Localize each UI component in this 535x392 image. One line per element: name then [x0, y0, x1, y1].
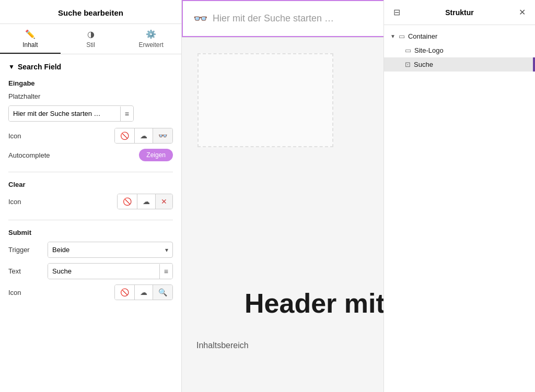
icon-picker-btns-submit: 🚫 ☁ 🔍 — [114, 284, 173, 300]
platzhalter-options-btn[interactable]: ≡ — [120, 106, 133, 121]
left-panel: Suche bearbeiten ✏️ Inhalt ◑ Stil ⚙️ Erw… — [0, 0, 182, 392]
tab-erweitert[interactable]: ⚙️ Erweitert — [121, 24, 181, 54]
section-title: Search Field — [18, 63, 61, 71]
text-input-wrap: ≡ — [48, 263, 173, 279]
autocomplete-row: Autocomplete Zeigen — [8, 149, 173, 161]
gear-icon: ⚙️ — [146, 29, 156, 39]
platzhalter-label: Platzhalter — [8, 92, 40, 100]
panel-title: Suche bearbeiten — [0, 0, 181, 24]
suche-label: Suche — [414, 61, 433, 68]
tab-stil[interactable]: ◑ Stil — [61, 24, 121, 54]
icon-none-btn[interactable]: 🚫 — [115, 128, 135, 143]
struktur-title: Struktur — [402, 8, 517, 17]
clear-title: Clear — [8, 181, 173, 188]
tree-item-container[interactable]: ▼ ▭ Container — [384, 29, 535, 43]
struktur-tree: ▼ ▭ Container ▭ Site-Logo ⊡ Suche — [384, 25, 535, 76]
autocomplete-toggle[interactable]: Zeigen — [139, 149, 173, 161]
struktur-close-btn[interactable]: ✕ — [517, 6, 528, 18]
search-preview-placeholder: Hier mit der Suche starten … — [213, 13, 334, 24]
search-glasses-icon: 👓 — [193, 12, 207, 26]
text-row: Text ≡ — [8, 263, 173, 279]
autocomplete-label: Autocomplete — [8, 151, 50, 159]
clear-icon-none-btn[interactable]: 🚫 — [118, 194, 137, 209]
tab-inhalt-label: Inhalt — [22, 41, 38, 49]
container-icon: ▭ — [399, 32, 405, 40]
tree-item-site-logo[interactable]: ▭ Site-Logo — [384, 43, 535, 57]
tab-inhalt[interactable]: ✏️ Inhalt — [0, 24, 61, 54]
dashed-placeholder-box — [197, 53, 333, 147]
icon-glasses-btn[interactable]: 👓 — [153, 128, 172, 143]
selected-bar — [533, 57, 535, 72]
icon-row-submit: Icon 🚫 ☁ 🔍 — [8, 284, 173, 300]
submit-icon-search-btn[interactable]: 🔍 — [153, 285, 172, 300]
main-content: 👓 Hier mit der Suche starten … 🔍 Suche H… — [182, 0, 535, 392]
trigger-select-arrow: ▾ — [161, 243, 172, 257]
struktur-header: ⊟ Struktur ✕ — [384, 0, 535, 25]
icon-picker-btns-eingabe: 🚫 ☁ 👓 — [114, 128, 173, 144]
text-label: Text — [8, 267, 40, 275]
icon-label-submit: Icon — [8, 289, 40, 296]
icon-picker-btns-clear: 🚫 ☁ ✕ — [117, 194, 173, 209]
platzhalter-row: Platzhalter — [8, 92, 173, 100]
platzhalter-input-wrap: ≡ — [8, 105, 134, 122]
trigger-select-wrap: Beide Taste Button ▾ — [48, 242, 173, 258]
panel-body: ▼ Search Field Eingabe Platzhalter ≡ Ico… — [0, 54, 181, 392]
icon-row-eingabe: Icon 🚫 ☁ 👓 — [8, 128, 173, 144]
divider-2 — [8, 220, 173, 220]
trigger-label: Trigger — [8, 246, 40, 254]
trigger-select[interactable]: Beide Taste Button — [48, 242, 161, 257]
clear-icon-upload-btn[interactable]: ☁ — [137, 194, 156, 209]
container-label: Container — [408, 32, 437, 40]
submit-group: Submit Trigger Beide Taste Button ▾ Text… — [8, 229, 173, 300]
icon-label-clear: Icon — [8, 198, 40, 206]
suche-icon: ⊡ — [405, 61, 411, 68]
preview-content-label: Inhaltsbereich — [189, 341, 249, 350]
container-arrow-icon: ▼ — [390, 33, 396, 39]
submit-title: Submit — [8, 229, 173, 236]
section-arrow-icon: ▼ — [8, 63, 15, 70]
submit-icon-none-btn[interactable]: 🚫 — [115, 285, 135, 300]
divider-1 — [8, 172, 173, 172]
pencil-icon: ✏️ — [25, 29, 36, 39]
eingabe-title: Eingabe — [8, 79, 173, 87]
tree-item-suche[interactable]: ⊡ Suche — [384, 57, 535, 72]
tab-stil-label: Stil — [86, 41, 95, 49]
site-logo-label: Site-Logo — [414, 46, 444, 54]
icon-label-eingabe: Icon — [8, 132, 40, 140]
eingabe-group: Eingabe Platzhalter ≡ Icon 🚫 ☁ 👓 Autocom… — [8, 79, 173, 161]
search-field-section-header: ▼ Search Field — [8, 63, 173, 71]
text-options-btn[interactable]: ≡ — [159, 264, 172, 279]
clear-icon-x-btn[interactable]: ✕ — [156, 194, 172, 209]
platzhalter-input[interactable] — [9, 106, 120, 121]
icon-upload-btn[interactable]: ☁ — [135, 128, 153, 143]
text-input[interactable] — [48, 264, 159, 279]
clear-group: Clear Icon 🚫 ☁ ✕ — [8, 181, 173, 209]
tab-erweitert-label: Erweitert — [139, 41, 164, 49]
trigger-row: Trigger Beide Taste Button ▾ — [8, 242, 173, 258]
submit-icon-upload-btn[interactable]: ☁ — [135, 285, 153, 300]
icon-row-clear: Icon 🚫 ☁ ✕ — [8, 194, 173, 209]
site-logo-icon: ▭ — [405, 46, 411, 54]
contrast-icon: ◑ — [87, 29, 95, 39]
struktur-collapse-btn[interactable]: ⊟ — [391, 6, 402, 18]
tabs-row: ✏️ Inhalt ◑ Stil ⚙️ Erweitert — [0, 24, 181, 54]
struktur-panel: ⊟ Struktur ✕ ▼ ▭ Container ▭ Site-Logo ⊡… — [383, 0, 535, 392]
